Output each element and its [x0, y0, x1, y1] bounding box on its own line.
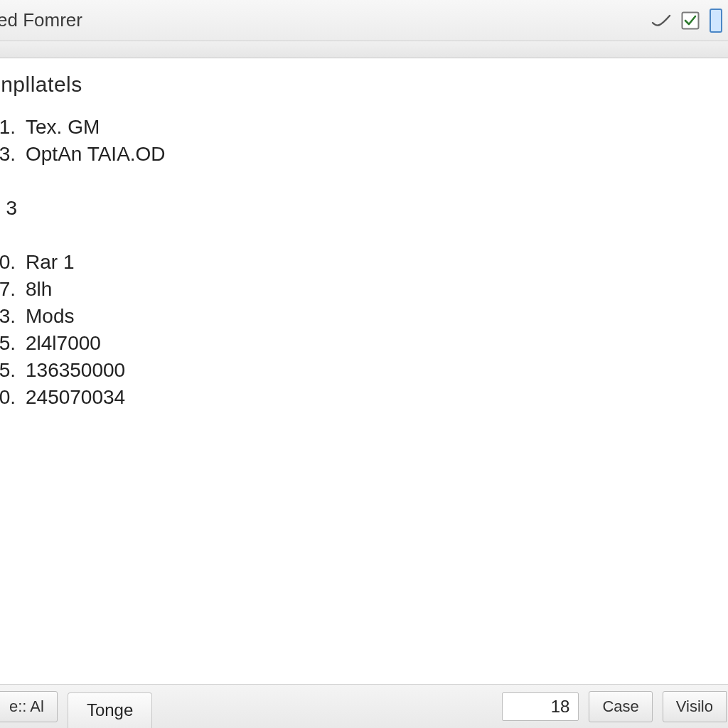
- titlebar-separator: [0, 41, 728, 58]
- list-item[interactable]: 3. OptAn TAIA.OD: [0, 141, 728, 168]
- content-pane: inpllatels 1. Tex. GM 3. OptAn TAIA.OD 3…: [0, 58, 728, 684]
- list-item-label: OptAn TAIA.OD: [26, 141, 166, 168]
- list-item[interactable]: 0. 245070034: [0, 384, 728, 411]
- titlebar-actions: [651, 9, 724, 33]
- list-item-label: Rar 1: [26, 249, 74, 276]
- list-item-label: 2l4l7000: [26, 330, 101, 357]
- list-item-number: 7.: [0, 276, 16, 303]
- list-item-number: 3.: [0, 141, 16, 168]
- panel-icon[interactable]: [710, 9, 722, 33]
- bottom-toolbar: e:: Al Tonge Case Visilo: [0, 684, 728, 728]
- list-item-number: 0.: [0, 384, 16, 411]
- list-item-number: 0.: [0, 249, 16, 276]
- svg-rect-1: [710, 9, 722, 32]
- list-section-marker: 3: [0, 195, 728, 222]
- item-list: 1. Tex. GM 3. OptAn TAIA.OD 3 0. Rar 1 7…: [0, 114, 728, 411]
- list-spacer: [0, 168, 728, 195]
- checkbox-checked-icon[interactable]: [681, 11, 700, 30]
- list-item-number: 3.: [0, 303, 16, 330]
- list-item-label: 245070034: [26, 384, 125, 411]
- check-swoosh-icon[interactable]: [651, 13, 671, 28]
- list-item[interactable]: 5. 2l4l7000: [0, 330, 728, 357]
- list-item-label: 136350000: [26, 357, 125, 384]
- list-item[interactable]: 3. Mods: [0, 303, 728, 330]
- list-item[interactable]: 5. 136350000: [0, 357, 728, 384]
- list-section-number: 3: [0, 195, 17, 222]
- titlebar: ed Fomrer: [0, 0, 728, 41]
- list-item-label: 8lh: [26, 276, 52, 303]
- list-item-number: 1.: [0, 114, 16, 141]
- numeric-input[interactable]: [502, 692, 579, 721]
- list-item-label: Mods: [26, 303, 74, 330]
- tab-tonge[interactable]: Tonge: [68, 692, 152, 728]
- list-item[interactable]: 7. 8lh: [0, 276, 728, 303]
- list-item[interactable]: 1. Tex. GM: [0, 114, 728, 141]
- list-item[interactable]: 0. Rar 1: [0, 249, 728, 276]
- list-item-number: 5.: [0, 357, 16, 384]
- list-item-label: Tex. GM: [26, 114, 100, 141]
- window-title: ed Fomrer: [0, 9, 82, 31]
- visilo-button[interactable]: Visilo: [663, 691, 727, 722]
- list-item-number: 5.: [0, 330, 16, 357]
- case-button[interactable]: Case: [589, 691, 652, 722]
- select-all-button[interactable]: e:: Al: [0, 691, 58, 722]
- list-spacer: [0, 222, 728, 249]
- section-heading: inpllatels: [0, 73, 728, 97]
